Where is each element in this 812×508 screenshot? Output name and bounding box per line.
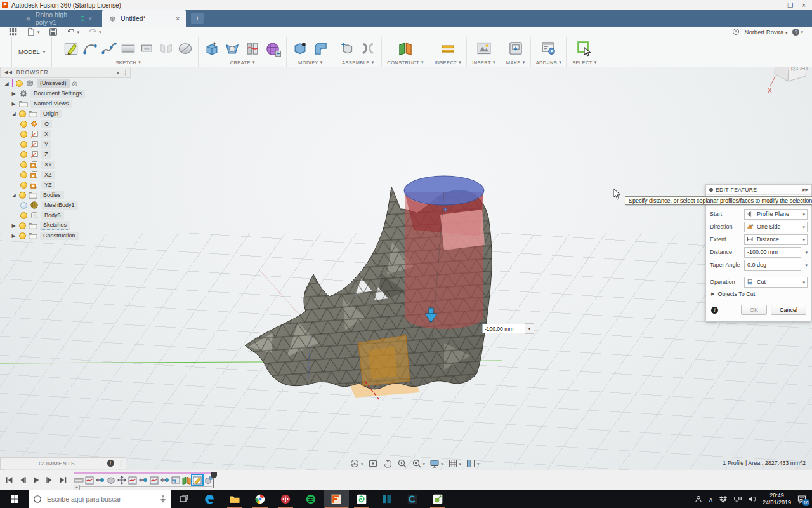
- timeline-feature-units[interactable]: [74, 475, 84, 485]
- timeline-feature-loft[interactable]: [106, 475, 116, 485]
- tray-expand-chevron[interactable]: ∧: [709, 496, 713, 503]
- selected-sketch-region[interactable]: [358, 335, 410, 386]
- cura-button[interactable]: [400, 490, 425, 508]
- tree-item-plane-xz[interactable]: XZ: [20, 170, 131, 180]
- display-settings[interactable]: ▾: [429, 458, 443, 469]
- operation-select[interactable]: Cut ▾: [744, 277, 808, 288]
- profile-cap[interactable]: [404, 176, 484, 205]
- timeline-feature-convert1[interactable]: [95, 475, 105, 485]
- start-select[interactable]: Profile Plane ▾: [744, 209, 808, 220]
- timeline-feature-convert2[interactable]: [138, 475, 148, 485]
- timeline-feature-corner[interactable]: [171, 475, 181, 485]
- dropbox-icon[interactable]: [719, 495, 728, 504]
- expand-icon[interactable]: ▶: [11, 223, 16, 229]
- play-button[interactable]: [32, 476, 41, 485]
- visibility-bulb-icon[interactable]: [19, 232, 26, 239]
- root-label[interactable]: (Unsaved): [37, 79, 70, 88]
- undo-button[interactable]: ▾: [67, 27, 80, 36]
- ellipse-tool-icon[interactable]: [178, 41, 193, 56]
- make-3dprint-icon[interactable]: [508, 40, 524, 57]
- tab-untitled[interactable]: Untitled* ×: [102, 10, 186, 27]
- tree-item-body6[interactable]: Body6: [20, 210, 131, 220]
- timeline-feature-move[interactable]: [117, 475, 127, 485]
- timeline-playhead[interactable]: [209, 471, 218, 489]
- job-status-clock-icon[interactable]: [732, 28, 740, 36]
- distance-input[interactable]: -100.00 mm: [744, 247, 801, 258]
- new-component-icon[interactable]: [339, 40, 356, 57]
- skip-to-start-button[interactable]: [5, 476, 14, 485]
- comments-info-icon[interactable]: i: [107, 460, 114, 467]
- modify-menu[interactable]: MODIFY▾: [292, 58, 329, 65]
- visibility-bulb-off-icon[interactable]: [20, 202, 27, 209]
- network-icon[interactable]: [733, 495, 742, 504]
- visibility-bulb-icon[interactable]: [16, 80, 23, 87]
- timeline-feature-convert3[interactable]: [160, 475, 170, 485]
- floating-distance-input[interactable]: [482, 324, 525, 333]
- visibility-bulb-icon[interactable]: [19, 192, 26, 199]
- direction-select[interactable]: One Side ▾: [744, 222, 808, 232]
- start-button[interactable]: [0, 490, 29, 508]
- make-menu[interactable]: MAKE▾: [506, 58, 525, 65]
- skip-to-end-button[interactable]: [58, 476, 67, 485]
- tree-item-construction[interactable]: ▶ Construction: [11, 231, 131, 241]
- zoom-tool[interactable]: [397, 458, 407, 469]
- visibility-bulb-icon[interactable]: [20, 161, 27, 168]
- expand-icon[interactable]: ▶: [11, 91, 16, 97]
- tab-close-icon[interactable]: ×: [176, 15, 180, 22]
- help-menu[interactable]: ?▾: [792, 29, 803, 36]
- create-menu[interactable]: CREATE▾: [204, 58, 281, 65]
- objects-to-cut-expander[interactable]: ▶ Objects To Cut: [706, 288, 811, 300]
- tab-rhino-high-poly[interactable]: Rhino high poly v1 ×: [19, 10, 98, 27]
- taper-angle-input[interactable]: 0.0 deg: [744, 260, 801, 271]
- extent-select[interactable]: Distance ▾: [744, 234, 808, 245]
- new-tab-button[interactable]: +: [191, 13, 204, 24]
- sketch-menu[interactable]: SKETCH▾: [63, 58, 193, 65]
- evernote-button[interactable]: [349, 490, 374, 508]
- revolve-icon[interactable]: [224, 40, 240, 57]
- expand-icon[interactable]: ◢: [4, 81, 10, 86]
- taskbar-search[interactable]: [29, 490, 171, 508]
- visibility-bulb-icon[interactable]: [20, 182, 27, 189]
- visibility-bulb-icon[interactable]: [19, 222, 26, 229]
- create-sketch-icon[interactable]: [63, 41, 79, 56]
- user-menu[interactable]: Norbert Rovira ▾: [745, 29, 788, 36]
- fusion360-button[interactable]: [324, 490, 349, 508]
- step-back-button[interactable]: [18, 476, 27, 485]
- construct-menu[interactable]: CONSTRUCT▾: [387, 58, 424, 65]
- expand-icon[interactable]: ◢: [11, 111, 16, 117]
- viewport-canvas[interactable]: Z X RIGHT ◀◀ BROWSER ● ┊ ◢ (Unsaved) ◎ ▶…: [0, 67, 812, 470]
- comments-panel[interactable]: COMMENTS i ┊: [0, 457, 126, 469]
- select-menu[interactable]: SELECT▾: [572, 58, 597, 65]
- select-tool-icon[interactable]: [576, 40, 593, 57]
- file-explorer-button[interactable]: [222, 490, 247, 508]
- viewcube-left-face[interactable]: [775, 67, 789, 81]
- zoom-window-tool[interactable]: ▾: [412, 458, 426, 469]
- workspace-switcher[interactable]: MODEL ▾: [11, 37, 52, 67]
- inspect-menu[interactable]: INSPECT▾: [435, 58, 461, 65]
- tree-item-meshbody1[interactable]: MeshBody1: [20, 200, 131, 210]
- step-forward-button[interactable]: [45, 476, 54, 485]
- browser-options-icon[interactable]: ●: [117, 70, 120, 75]
- rectangle-tool-icon[interactable]: [121, 41, 136, 56]
- construction-plane-icon[interactable]: [397, 40, 414, 57]
- tree-item-axis-x[interactable]: X: [20, 129, 131, 139]
- mirror-tool-icon[interactable]: [159, 41, 174, 56]
- action-center-button[interactable]: 16: [797, 494, 807, 504]
- timeline-feature-mesh1[interactable]: [84, 475, 95, 485]
- create-form-icon[interactable]: [265, 40, 281, 57]
- visibility-bulb-icon[interactable]: [20, 141, 27, 148]
- spotify-button[interactable]: [298, 490, 324, 508]
- addins-scripts-icon[interactable]: [540, 40, 557, 57]
- blue-app-button[interactable]: [374, 490, 400, 508]
- orbit-tool[interactable]: ▾: [350, 458, 363, 469]
- volume-icon[interactable]: [748, 495, 757, 504]
- arc-tool-icon[interactable]: [82, 41, 98, 56]
- tree-item-named-views[interactable]: ▶ Named Views: [11, 98, 131, 109]
- taper-dropdown-icon[interactable]: ▾: [805, 263, 808, 267]
- dialog-header[interactable]: EDIT FEATURE ▶▶: [706, 185, 811, 195]
- viewports-setting[interactable]: ▾: [466, 458, 480, 469]
- tree-item-sketches[interactable]: ▶ Sketches: [11, 220, 131, 231]
- center-rectangle-tool-icon[interactable]: [140, 41, 155, 56]
- green-app-button[interactable]: [425, 490, 450, 508]
- search-input[interactable]: [46, 495, 155, 504]
